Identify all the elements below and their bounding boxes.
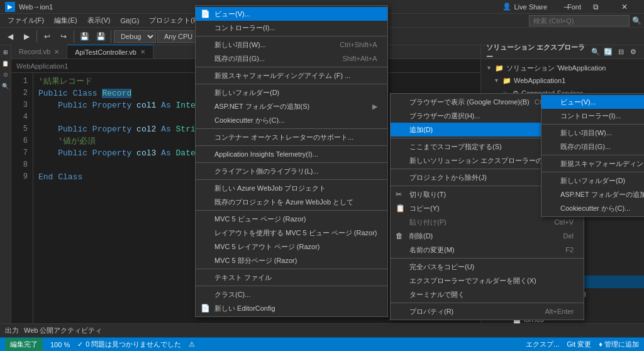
menu-file[interactable]: ファイル(F) [3,14,49,28]
panel-header: ソリューション エクスプローラー 🔍 🔄 ⊟ ⚙ [481,45,644,59]
font-label: Font [567,0,581,14]
ctx-mvc5-partial[interactable]: MVC 5 部分ページ (Razor) [196,254,387,267]
tree-expand-solution: ▼ [486,65,492,71]
redo-btn[interactable]: ↪ [56,29,71,44]
panel-btn-settings[interactable]: ⚙ [628,47,639,58]
forward-btn[interactable]: ▶ [19,29,34,44]
ctx-client-lib[interactable]: クライアント側のライブラリ(L)... [196,164,387,178]
ctx-webjob-existing[interactable]: 既存のプロジェクトを Azure WebJob として [196,195,387,209]
sub-ctx-properties[interactable]: プロパティ(R) Alt+Enter [391,304,584,318]
add-item-cookiecutter-label: Cookiecutter から(C)... [560,204,630,213]
tab-api-close[interactable]: ✕ [140,48,145,55]
ctx-existing-item[interactable]: 既存の項目(G)... Shift+Alt+A [196,52,387,65]
close-btn[interactable]: ✕ [610,0,639,14]
sub-ctx-delete-icon: 🗑 [396,231,403,240]
ctx-new-folder[interactable]: 新しいフォルダー(D) [196,86,387,99]
menu-view[interactable]: 表示(V) [82,14,116,28]
ctx-sep-3 [196,84,387,84]
explore-label[interactable]: エクスプ... [526,340,559,349]
menu-git[interactable]: Git(G) [115,14,144,28]
live-share-icon: 👤 [502,3,511,11]
search-input[interactable] [529,15,630,26]
tab-api-label: ApiTestController.vb [75,48,136,56]
ctx-controller-label: コントローラー(I)... [214,23,275,33]
add-item-aspnet-folder[interactable]: ASP.NET フォルダーの追加(S) ▶ [541,187,644,201]
panel-btn-refresh[interactable]: 🔄 [602,47,614,58]
ctx-mvc5-view[interactable]: MVC 5 ビュー ページ (Razor) [196,212,387,226]
ctx-editor-config[interactable]: 📄 新しい EditorConfig [196,301,387,315]
menu-edit[interactable]: 編集(E) [49,14,82,28]
live-share-btn[interactable]: 👤 Live Share [502,3,547,11]
ctx-sep-2 [196,67,387,67]
tree-solution[interactable]: ▼ 📁 ソリューション 'WebApplication [481,62,644,74]
add-item-scaffold[interactable]: 新規スキャフォールディングアイテム (F) ... [541,157,644,170]
debug-select[interactable]: Debug [114,30,156,43]
ctx-text-file[interactable]: テキスト ファイル [196,270,387,284]
save-all-btn[interactable]: 💾 [93,29,108,44]
tab-api[interactable]: ApiTestController.vb ✕ [67,45,153,58]
ctx-class-label: クラス(C)... [214,290,250,299]
sub-ctx-open-folder[interactable]: エクスプローラーでフォルダーを開く(X) [391,274,584,287]
ctx-aspnet-folder[interactable]: ASP.NET フォルダーの追加(S) ▶ [196,99,387,113]
ctx-cookiecutter-label: Cookiecutter から(C)... [214,116,284,125]
add-item-view[interactable]: ビュー(V)... [541,95,644,109]
add-item-scaffold-label: 新規スキャフォールディングアイテム (F) ... [560,159,644,169]
ctx-sep-6 [196,162,387,163]
ctx-view-label: ビュー(V)... [214,9,250,19]
sub-ctx-open-terminal-label: ターミナルで開く [409,290,465,299]
sidebar-icon-3[interactable]: ⚙ [1,70,10,79]
sub-ctx-cut-label: 切り取り(T) [409,190,446,199]
sidebar-icon-1[interactable]: ⊞ [1,48,10,57]
sub-ctx-properties-label: プロパティ(R) [409,307,453,316]
sub-ctx-rename[interactable]: 名前の変更(M) F2 [391,243,584,257]
back-btn[interactable]: ◀ [3,29,18,44]
line-numbers: 1 2 3 4 5 6 7 8 9 [11,73,33,323]
sub-ctx-cut-icon: ✂ [396,190,402,199]
tab-record[interactable]: Record.vb ✕ [11,45,67,58]
add-sep-1 [541,124,644,125]
ctx-class[interactable]: クラス(C)... [196,287,387,301]
ctx-webjob-new[interactable]: 新しい Azure WebJob プロジェクト [196,181,387,195]
add-item-controller[interactable]: コントローラー(I)... [541,109,644,123]
ctx-mvc5-layout-page[interactable]: MVC 5 レイアウト ページ (Razor) [196,240,387,254]
add-item-cookiecutter[interactable]: Cookiecutter から(C)... [541,201,644,215]
manage-label[interactable]: ♦ 管理に追加 [599,340,639,349]
ctx-view[interactable]: 📄 ビュー(V)... [196,7,387,21]
ctx-new-item-label: 新しい項目(W)... [214,40,266,50]
ctx-sep-5 [196,145,387,146]
sub-ctx-paste[interactable]: 貼り付け(P) Ctrl+V [391,215,584,229]
ctx-container[interactable]: コンテナー オーケストレーターのサポート... [196,130,387,144]
ctx-controller[interactable]: コントローラー(I)... [196,21,387,35]
sub-ctx-open-terminal[interactable]: ターミナルで開く [391,287,584,301]
ctx-new-item[interactable]: 新しい項目(W)... Ctrl+Shift+A [196,38,387,52]
ctx-mvc5-layout[interactable]: レイアウトを使用する MVC 5 ビュー ページ (Razor) [196,226,387,240]
sub-ctx-delete[interactable]: 🗑 削除(D) Del [391,229,584,243]
sidebar-icon-4[interactable]: 🔍 [1,82,10,91]
sub-ctx-properties-shortcut: Alt+Enter [545,308,574,315]
output-label[interactable]: 出力 [5,326,19,335]
panel-btn-collapse[interactable]: ⊟ [615,47,626,58]
ctx-scaffold[interactable]: 新規スキャフォールディングアイテム (F) ... [196,69,387,82]
tab-record-close[interactable]: ✕ [54,48,59,55]
ctx-cookiecutter[interactable]: Cookiecutter から(C)... [196,113,387,127]
sub-ctx-exclude-label: プロジェクトから除外(J) [409,173,487,182]
sub-ctx-open-folder-label: エクスプローラーでフォルダーを開く(X) [409,276,536,286]
sub-ctx-copy-path[interactable]: 完全パスをコピー(U) [391,260,584,274]
ctx-app-insights[interactable]: Application Insights Telemetry(I)... [196,147,387,161]
add-item-new-item[interactable]: 新しい項目(W)... Ctrl+Shift+A [541,126,644,140]
restore-btn[interactable]: ⧉ [581,0,610,14]
panel-btn-search[interactable]: 🔍 [590,47,601,58]
ctx-app-insights-label: Application Insights Telemetry(I)... [214,150,318,158]
ctx-aspnet-folder-label: ASP.NET フォルダーの追加(S) [214,102,309,111]
undo-btn[interactable]: ↩ [40,29,55,44]
git-label[interactable]: Git 変更 [567,340,591,349]
sidebar-icon-2[interactable]: 📋 [1,59,10,68]
add-item-existing-item[interactable]: 既存の項目(G)... Shift+Alt+A [541,140,644,153]
tree-label-solution: ソリューション 'WebApplication [506,64,606,73]
tree-project[interactable]: ▼ 📁 WebApplication1 [481,74,644,87]
live-share-label: Live Share [514,3,547,11]
activity-label[interactable]: Web 公開アクティビティ [24,326,102,335]
add-item-new-folder[interactable]: 新しいフォルダー(D) [541,174,644,187]
ctx-existing-shortcut: Shift+Alt+A [342,55,377,62]
save-btn[interactable]: 💾 [77,29,92,44]
